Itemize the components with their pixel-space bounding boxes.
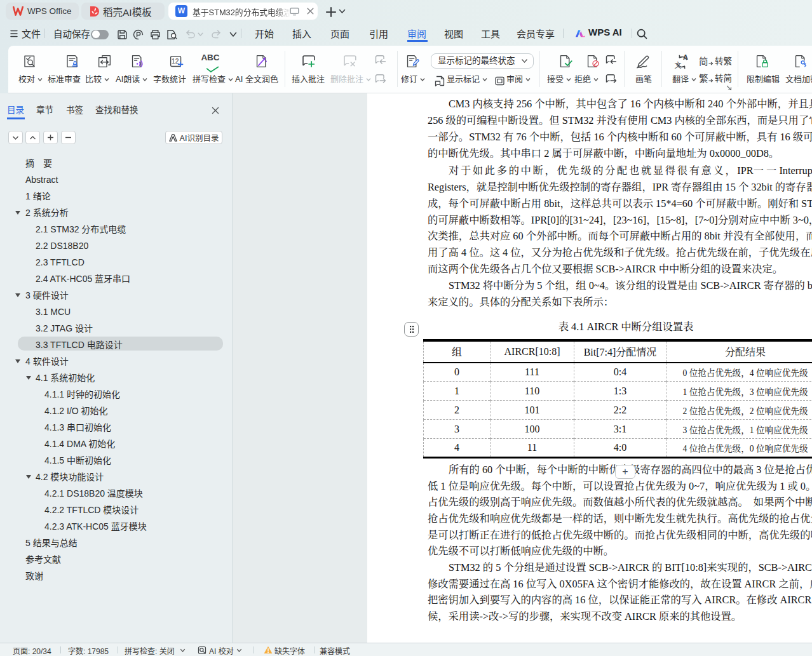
svg-text:文: 文 (675, 60, 682, 70)
svg-text:12: 12 (172, 58, 179, 65)
svg-text:A: A (683, 54, 688, 61)
